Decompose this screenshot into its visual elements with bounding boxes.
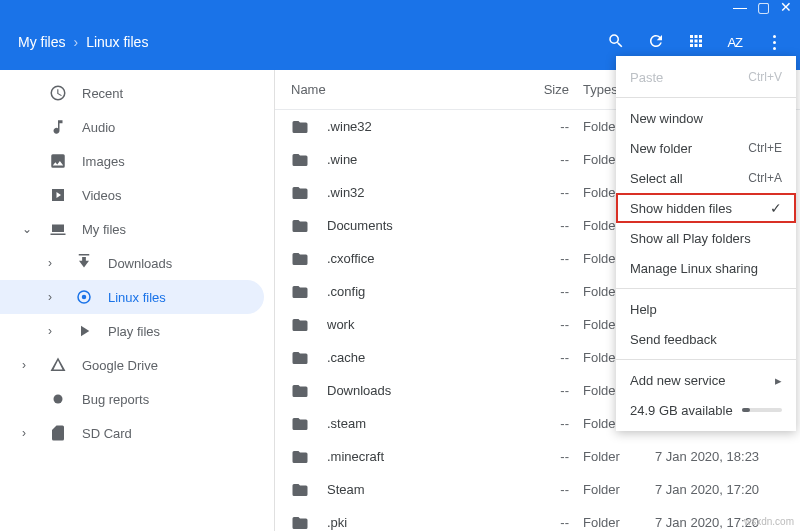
storage-bar xyxy=(742,408,782,412)
file-type: Folder xyxy=(569,482,639,497)
file-size: -- xyxy=(519,152,569,167)
sidebar-item-label: Videos xyxy=(82,188,122,203)
file-name: .win32 xyxy=(327,185,519,200)
sidebar-item-linux-files[interactable]: ›Linux files xyxy=(0,280,264,314)
folder-icon xyxy=(291,348,311,368)
table-row[interactable]: Steam--Folder7 Jan 2020, 17:20 xyxy=(275,473,800,506)
file-name: work xyxy=(327,317,519,332)
sidebar-item-images[interactable]: Images xyxy=(0,144,274,178)
file-size: -- xyxy=(519,317,569,332)
sidebar-item-videos[interactable]: Videos xyxy=(0,178,274,212)
menu-item-help[interactable]: Help xyxy=(616,294,796,324)
sidebar-item-label: Downloads xyxy=(108,256,172,271)
watermark: wsxdn.com xyxy=(744,516,794,527)
folder-icon xyxy=(291,480,311,500)
sidebar-item-sd-card[interactable]: ›SD Card xyxy=(0,416,274,450)
file-name: .cxoffice xyxy=(327,251,519,266)
chevron-right-icon: › xyxy=(48,324,62,338)
folder-icon xyxy=(291,414,311,434)
folder-icon xyxy=(291,447,311,467)
folder-icon xyxy=(291,513,311,532)
file-type: Folder xyxy=(569,515,639,530)
file-size: -- xyxy=(519,251,569,266)
chevron-right-icon: ▸ xyxy=(775,373,782,388)
sidebar: Recent Audio Images Videos ⌄My files ›Do… xyxy=(0,70,275,531)
menu-item-show-all-play-folders[interactable]: Show all Play folders xyxy=(616,223,796,253)
sidebar-item-label: Bug reports xyxy=(82,392,149,407)
folder-icon xyxy=(291,282,311,302)
download-icon xyxy=(74,254,94,272)
play-icon xyxy=(74,322,94,340)
sidebar-item-label: Linux files xyxy=(108,290,166,305)
sidebar-item-bug-reports[interactable]: Bug reports xyxy=(0,382,274,416)
sd-card-icon xyxy=(48,424,68,442)
audio-icon xyxy=(48,118,68,136)
breadcrumb: My files › Linux files xyxy=(18,34,148,50)
menu-item-new-window[interactable]: New window xyxy=(616,103,796,133)
file-size: -- xyxy=(519,449,569,464)
file-size: -- xyxy=(519,482,569,497)
menu-item-manage-linux-sharing[interactable]: Manage Linux sharing xyxy=(616,253,796,283)
sidebar-item-label: Images xyxy=(82,154,125,169)
sidebar-item-label: Recent xyxy=(82,86,123,101)
menu-item-send-feedback[interactable]: Send feedback xyxy=(616,324,796,354)
file-name: .wine32 xyxy=(327,119,519,134)
sidebar-item-play-files[interactable]: ›Play files xyxy=(0,314,274,348)
images-icon xyxy=(48,152,68,170)
sidebar-item-google-drive[interactable]: ›Google Drive xyxy=(0,348,274,382)
menu-separator xyxy=(616,359,796,360)
folder-icon xyxy=(291,150,311,170)
file-size: -- xyxy=(519,515,569,530)
maximize-button[interactable]: ▢ xyxy=(757,0,770,15)
folder-icon xyxy=(291,249,311,269)
file-modified: 7 Jan 2020, 18:23 xyxy=(639,449,784,464)
column-header-name[interactable]: Name xyxy=(291,82,519,97)
sidebar-item-recent[interactable]: Recent xyxy=(0,76,274,110)
header-actions: AZ xyxy=(607,32,792,53)
menu-item-show-hidden-files[interactable]: Show hidden files✓ xyxy=(616,193,796,223)
window-controls: — ▢ ✕ xyxy=(0,0,800,14)
linux-icon xyxy=(74,288,94,306)
folder-icon xyxy=(291,117,311,137)
sidebar-item-audio[interactable]: Audio xyxy=(0,110,274,144)
clock-icon xyxy=(48,84,68,102)
file-name: .config xyxy=(327,284,519,299)
file-name: .wine xyxy=(327,152,519,167)
breadcrumb-current[interactable]: Linux files xyxy=(86,34,148,50)
table-row[interactable]: .minecraft--Folder7 Jan 2020, 18:23 xyxy=(275,440,800,473)
sidebar-item-myfiles[interactable]: ⌄My files xyxy=(0,212,274,246)
file-size: -- xyxy=(519,383,569,398)
more-options-menu: PasteCtrl+V New window New folderCtrl+E … xyxy=(616,56,796,431)
chevron-right-icon: › xyxy=(48,290,62,304)
file-modified: 7 Jan 2020, 17:20 xyxy=(639,482,784,497)
sort-button[interactable]: AZ xyxy=(727,35,742,50)
sidebar-item-label: My files xyxy=(82,222,126,237)
chevron-right-icon: › xyxy=(48,256,62,270)
folder-icon xyxy=(291,216,311,236)
menu-item-select-all[interactable]: Select allCtrl+A xyxy=(616,163,796,193)
chevron-right-icon: › xyxy=(22,426,36,440)
menu-item-add-new-service[interactable]: Add new service▸ xyxy=(616,365,796,395)
file-name: .steam xyxy=(327,416,519,431)
file-name: Steam xyxy=(327,482,519,497)
column-header-size[interactable]: Size xyxy=(519,82,569,97)
svg-point-1 xyxy=(82,295,87,300)
minimize-button[interactable]: — xyxy=(733,0,747,15)
sidebar-item-downloads[interactable]: ›Downloads xyxy=(0,246,274,280)
file-size: -- xyxy=(519,185,569,200)
bug-icon xyxy=(48,390,68,408)
menu-item-paste: PasteCtrl+V xyxy=(616,62,796,92)
chevron-right-icon: › xyxy=(22,358,36,372)
file-size: -- xyxy=(519,416,569,431)
sidebar-item-label: Audio xyxy=(82,120,115,135)
menu-item-new-folder[interactable]: New folderCtrl+E xyxy=(616,133,796,163)
table-row[interactable]: .pki--Folder7 Jan 2020, 17:20 xyxy=(275,506,800,531)
file-size: -- xyxy=(519,350,569,365)
folder-icon xyxy=(291,183,311,203)
refresh-icon[interactable] xyxy=(647,32,665,53)
more-options-icon[interactable] xyxy=(764,32,784,52)
grid-view-icon[interactable] xyxy=(687,32,705,53)
search-icon[interactable] xyxy=(607,32,625,53)
close-button[interactable]: ✕ xyxy=(780,0,792,15)
breadcrumb-root[interactable]: My files xyxy=(18,34,65,50)
